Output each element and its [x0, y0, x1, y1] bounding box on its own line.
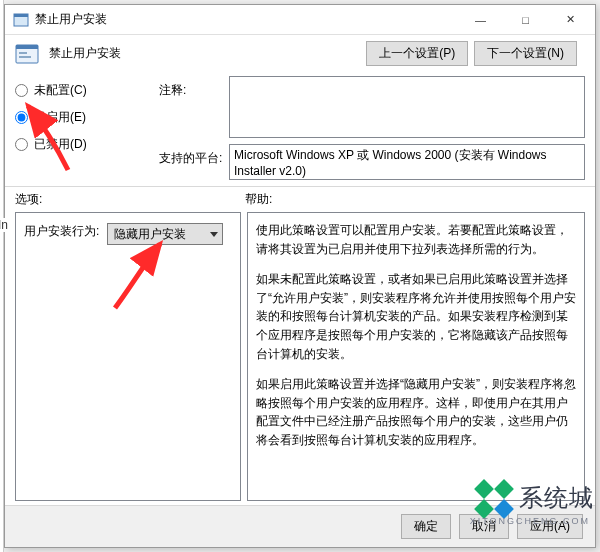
config-top-grid: 未配置(C) 已启用(E) 已禁用(D) 注释: 支持的平台: Microsof… — [5, 72, 595, 187]
dialog-window: 禁止用户安装 — □ ✕ 禁止用户安装 上一个设置(P) 下一个设置(N) 未配… — [4, 4, 596, 548]
svg-rect-3 — [16, 45, 38, 49]
ok-button[interactable]: 确定 — [401, 514, 451, 539]
platform-label: 支持的平台: — [159, 144, 225, 180]
chevron-down-icon — [210, 232, 218, 237]
radio-enabled[interactable]: 已启用(E) — [15, 109, 155, 126]
radio-enabled-label: 已启用(E) — [34, 109, 86, 126]
supported-platform-text: Microsoft Windows XP 或 Windows 2000 (安装有… — [234, 148, 547, 178]
watermark-logo-icon — [477, 482, 513, 518]
radio-not-configured-input[interactable] — [15, 84, 28, 97]
state-radio-group: 未配置(C) 已启用(E) 已禁用(D) — [15, 76, 155, 180]
svg-rect-4 — [19, 52, 27, 54]
window-title: 禁止用户安装 — [35, 11, 458, 28]
supported-platform-box: Microsoft Windows XP 或 Windows 2000 (安装有… — [229, 144, 585, 180]
minimize-button[interactable]: — — [458, 6, 503, 34]
policy-icon — [15, 42, 39, 66]
app-icon — [13, 12, 29, 28]
header-title: 禁止用户安装 — [49, 45, 121, 62]
watermark-text: 系统城 — [519, 482, 594, 514]
help-label: 帮助: — [245, 191, 272, 208]
watermark-subtext: XITONGCHENG.COM — [470, 516, 590, 526]
help-para-3: 如果启用此策略设置并选择“隐藏用户安装”，则安装程序将忽略按照每个用户安装的应用… — [256, 375, 576, 449]
cropped-edge-label: In — [0, 218, 8, 232]
radio-not-configured[interactable]: 未配置(C) — [15, 82, 155, 99]
radio-not-configured-label: 未配置(C) — [34, 82, 87, 99]
help-panel: 使用此策略设置可以配置用户安装。若要配置此策略设置，请将其设置为已启用并使用下拉… — [247, 212, 585, 501]
radio-disabled-label: 已禁用(D) — [34, 136, 87, 153]
middle-panels: 用户安装行为: 隐藏用户安装 使用此策略设置可以配置用户安装。若要配置此策略设置… — [5, 210, 595, 505]
prev-setting-button[interactable]: 上一个设置(P) — [366, 41, 468, 66]
titlebar: 禁止用户安装 — □ ✕ — [5, 5, 595, 35]
user-install-behavior-label: 用户安装行为: — [24, 223, 99, 240]
svg-rect-5 — [19, 56, 31, 58]
comment-label: 注释: — [159, 76, 225, 138]
close-button[interactable]: ✕ — [548, 6, 593, 34]
next-setting-button[interactable]: 下一个设置(N) — [474, 41, 577, 66]
help-para-2: 如果未配置此策略设置，或者如果已启用此策略设置并选择了“允许用户安装”，则安装程… — [256, 270, 576, 363]
comment-textarea[interactable] — [229, 76, 585, 138]
user-install-behavior-combo[interactable]: 隐藏用户安装 — [107, 223, 223, 245]
combo-selected-text: 隐藏用户安装 — [114, 226, 186, 243]
panel-labels-row: 选项: 帮助: — [5, 187, 595, 210]
maximize-button[interactable]: □ — [503, 6, 548, 34]
options-label: 选项: — [15, 191, 245, 208]
options-panel: 用户安装行为: 隐藏用户安装 — [15, 212, 241, 501]
radio-enabled-input[interactable] — [15, 111, 28, 124]
watermark: 系统城 — [477, 480, 594, 516]
header-row: 禁止用户安装 上一个设置(P) 下一个设置(N) — [5, 35, 595, 72]
svg-rect-1 — [14, 14, 28, 17]
radio-disabled[interactable]: 已禁用(D) — [15, 136, 155, 153]
help-para-1: 使用此策略设置可以配置用户安装。若要配置此策略设置，请将其设置为已启用并使用下拉… — [256, 221, 576, 258]
radio-disabled-input[interactable] — [15, 138, 28, 151]
